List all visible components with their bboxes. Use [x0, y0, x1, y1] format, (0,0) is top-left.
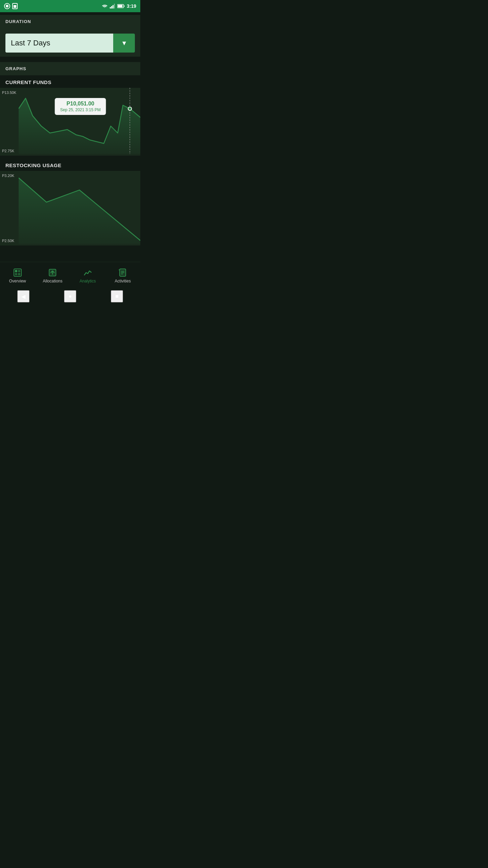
svg-rect-16	[15, 273, 17, 275]
home-icon: ●	[68, 293, 72, 299]
status-bar: 3:19	[0, 0, 140, 12]
restocking-usage-label: RESTOCKING USAGE	[0, 162, 140, 171]
status-right-icons: 3:19	[102, 3, 136, 9]
current-funds-section: CURRENT FUNDS P13.50K P2.75K	[0, 75, 140, 156]
svg-rect-9	[118, 5, 122, 7]
activities-icon	[118, 268, 127, 277]
graphs-section-header: GRAPHS	[0, 62, 140, 75]
status-left-icons	[4, 3, 18, 9]
sim-icon	[12, 3, 18, 9]
duration-dropdown-button[interactable]: ▾	[113, 34, 135, 53]
nav-label-activities: Activities	[115, 279, 131, 283]
restocking-usage-chart[interactable]: P3.20K P2.50K	[0, 171, 140, 245]
svg-rect-3	[14, 5, 16, 8]
nav-item-overview[interactable]: Overview	[0, 262, 35, 289]
current-funds-y-min: P2.75K	[2, 149, 14, 153]
svg-point-12	[128, 107, 131, 110]
svg-rect-22	[121, 274, 123, 274]
bottom-nav: Overview Allocations Analytics	[0, 262, 140, 289]
duration-section-header: DURATION	[0, 15, 140, 28]
back-button[interactable]: ◀	[17, 290, 29, 302]
svg-rect-17	[18, 273, 20, 275]
overview-icon	[13, 268, 22, 277]
svg-rect-7	[114, 4, 115, 8]
nav-label-analytics: Analytics	[80, 279, 96, 283]
current-funds-svg	[19, 88, 140, 157]
wifi-icon	[102, 4, 108, 8]
duration-selector[interactable]: Last 7 Days ▾	[5, 34, 135, 53]
circle-icon	[4, 3, 10, 9]
svg-rect-6	[113, 5, 114, 8]
main-content: DURATION Last 7 Days ▾ GRAPHS CURRENT FU…	[0, 12, 140, 262]
android-nav-bar: ◀ ● ■	[0, 289, 140, 304]
recent-apps-button[interactable]: ■	[111, 290, 123, 302]
restocking-y-max: P3.20K	[2, 174, 14, 178]
svg-rect-14	[15, 270, 17, 272]
duration-section: Last 7 Days ▾	[0, 28, 140, 57]
analytics-icon	[83, 268, 93, 277]
nav-label-overview: Overview	[9, 279, 26, 283]
signal-icon	[110, 4, 115, 8]
current-funds-label: CURRENT FUNDS	[0, 79, 140, 88]
svg-rect-20	[121, 271, 124, 272]
restocking-usage-section: RESTOCKING USAGE P3.20K P2.50K	[0, 158, 140, 245]
duration-value: Last 7 Days	[5, 34, 113, 53]
battery-icon	[117, 4, 125, 8]
nav-item-activities[interactable]: Activities	[105, 262, 141, 289]
current-funds-chart[interactable]: P13.50K P2.75K	[0, 88, 140, 156]
svg-rect-10	[124, 5, 124, 7]
svg-rect-4	[110, 7, 111, 8]
restocking-y-min: P2.50K	[2, 239, 14, 243]
time-display: 3:19	[127, 3, 136, 9]
allocations-icon	[48, 268, 57, 277]
svg-rect-5	[111, 6, 112, 8]
chevron-down-icon: ▾	[122, 39, 126, 47]
svg-point-1	[6, 5, 8, 7]
svg-rect-21	[121, 272, 124, 273]
current-funds-y-max: P13.50K	[2, 91, 16, 95]
nav-label-allocations: Allocations	[43, 279, 62, 283]
nav-item-allocations[interactable]: Allocations	[35, 262, 70, 289]
nav-item-analytics[interactable]: Analytics	[70, 262, 105, 289]
back-icon: ◀	[21, 293, 25, 300]
svg-rect-15	[18, 270, 20, 272]
home-button[interactable]: ●	[64, 290, 76, 302]
recent-icon: ■	[115, 293, 119, 299]
restocking-usage-svg	[19, 171, 140, 248]
